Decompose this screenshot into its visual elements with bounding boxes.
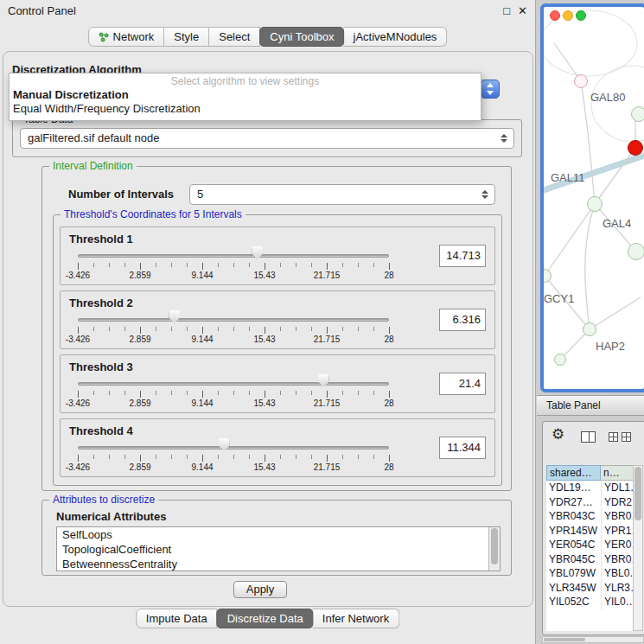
cell-shared-name: YER054C xyxy=(546,538,601,552)
apply-button[interactable]: Apply xyxy=(233,581,287,598)
attribute-items: SelfLoopsTopologicalCoefficientBetweenne… xyxy=(57,527,500,571)
slider-track[interactable] xyxy=(78,254,389,258)
number-of-intervals-combobox[interactable]: 5 xyxy=(189,184,495,205)
float-window-icon[interactable]: □ xyxy=(503,4,510,17)
cell-shared-name: YLR345W xyxy=(546,581,601,596)
zoom-window-icon[interactable] xyxy=(576,10,586,21)
threshold-value-field[interactable]: 14.713 xyxy=(439,245,486,267)
dropdown-option-manual-discretization[interactable]: Manual Discretization xyxy=(10,88,481,102)
slider-track[interactable] xyxy=(78,318,389,322)
cell-name: YLR3… xyxy=(601,581,634,596)
node-label-hap2: HAP2 xyxy=(596,340,625,353)
close-window-icon[interactable] xyxy=(550,10,560,21)
scale-label: 21.715 xyxy=(314,271,341,280)
table-data-value: galFiltered.sif default node xyxy=(28,129,159,148)
combo-stepper-icon xyxy=(501,134,507,143)
table-row[interactable]: YIL052CYIL0… xyxy=(546,595,634,609)
slider-major-tick xyxy=(140,391,141,398)
tab-infer-network[interactable]: Infer Network xyxy=(313,609,399,628)
combo-dropdown-button[interactable] xyxy=(481,80,500,99)
slider-major-tick xyxy=(78,327,79,334)
select-rows-icon[interactable] xyxy=(622,432,631,442)
tab-impute-data[interactable]: Impute Data xyxy=(136,609,218,628)
network-node[interactable] xyxy=(628,243,644,260)
slider-major-tick xyxy=(265,455,265,462)
network-node[interactable] xyxy=(583,322,596,336)
tab-style[interactable]: Style xyxy=(164,27,209,47)
attributes-group-label: Attributes to discretize xyxy=(49,494,158,506)
table-row[interactable]: YDL19…YDL1… xyxy=(546,481,634,495)
scrollbar-thumb[interactable] xyxy=(491,528,498,564)
tab-jactivemnodules[interactable]: jActiveMNodules xyxy=(344,27,448,47)
slider-major-tick xyxy=(78,391,79,398)
gear-icon[interactable]: ⚙ xyxy=(552,427,564,442)
scale-label: 28 xyxy=(384,462,393,472)
dropdown-option-equal-width-frequency[interactable]: Equal Width/Frequency Discretization xyxy=(10,102,481,116)
table-row[interactable]: YBR045CYBR0… xyxy=(546,552,634,567)
threshold-box-1: Threshold 1-3.4262.8599.14415.4321.71528… xyxy=(60,226,495,285)
tab-cyni-toolbox[interactable]: Cyni Toolbox xyxy=(259,27,344,47)
table-row[interactable]: YBL079WYBL0… xyxy=(546,566,634,581)
slider-ticks xyxy=(78,391,390,395)
attributes-scrollbar[interactable] xyxy=(488,527,500,571)
slider-track[interactable] xyxy=(78,446,389,450)
network-node[interactable] xyxy=(554,354,566,366)
table-row[interactable]: YER054CYER0… xyxy=(546,538,634,552)
slider-track[interactable] xyxy=(78,382,389,386)
network-node[interactable] xyxy=(631,106,644,122)
table-row[interactable]: YPR145WYPR1… xyxy=(546,524,634,539)
bottom-tab-bar: Impute Data Discretize Data Infer Networ… xyxy=(136,609,399,628)
column-layout-icon[interactable] xyxy=(581,431,596,443)
table-data-combobox[interactable]: galFiltered.sif default node xyxy=(20,128,514,149)
table-vertical-scrollbar[interactable] xyxy=(633,465,643,631)
cell-shared-name: YBR043C xyxy=(546,509,601,524)
table-rows: YDL19…YDL1…YDR27…YDR2…YBR043CYBR0…YPR145… xyxy=(546,481,634,631)
slider-major-tick xyxy=(389,391,390,398)
network-node[interactable] xyxy=(587,196,603,212)
network-node[interactable] xyxy=(574,74,588,88)
scrollbar-thumb[interactable] xyxy=(634,467,641,520)
slider-major-tick xyxy=(389,327,390,334)
tab-select[interactable]: Select xyxy=(209,27,260,47)
table-row[interactable]: YBR043CYBR0… xyxy=(546,509,634,524)
list-item[interactable]: BetweennessCentrality xyxy=(57,557,500,571)
threshold-value-field[interactable]: 6.316 xyxy=(439,309,486,331)
cell-name: YPR1… xyxy=(601,524,634,539)
column-header-shared-name[interactable]: shared… xyxy=(546,465,601,481)
node-label-gal4: GAL4 xyxy=(603,217,631,230)
cell-name: YER0… xyxy=(601,538,634,552)
threshold-value-field[interactable]: 11.344 xyxy=(439,437,486,459)
table-horizontal-scrollbar[interactable] xyxy=(542,636,644,643)
scrollbar-thumb[interactable] xyxy=(544,638,585,641)
close-icon[interactable]: ✕ xyxy=(518,4,527,17)
top-tab-bar: Network Style Select Cyni Toolbox jActiv… xyxy=(88,27,448,47)
window-traffic-lights xyxy=(550,10,586,21)
tab-label: Select xyxy=(219,30,250,43)
tab-discretize-data[interactable]: Discretize Data xyxy=(217,609,314,628)
list-item[interactable]: TopologicalCoefficient xyxy=(57,542,500,557)
slider-major-tick xyxy=(140,327,141,334)
slider-major-tick xyxy=(265,391,265,398)
numerical-attributes-list[interactable]: SelfLoopsTopologicalCoefficientBetweenne… xyxy=(56,526,501,571)
scale-label: 2.859 xyxy=(129,462,150,472)
table-header-row: shared… n… xyxy=(546,465,640,481)
control-panel-titlebar: Control Panel □ ✕ xyxy=(0,0,535,21)
scale-label: 9.144 xyxy=(191,271,213,280)
scale-label: 28 xyxy=(384,335,393,344)
threshold-label: Threshold 1 xyxy=(69,233,133,245)
cell-name: YBR0… xyxy=(601,552,634,567)
slider-major-tick xyxy=(327,327,328,334)
select-columns-icon[interactable] xyxy=(609,432,618,442)
dropdown-placeholder-item[interactable]: Select algorithm to view settings xyxy=(10,75,481,88)
cell-name: YDL1… xyxy=(601,481,634,495)
tab-network[interactable]: Network xyxy=(88,27,165,47)
node-label-gcy1: GCY1 xyxy=(544,292,574,305)
table-row[interactable]: YDR27…YDR2… xyxy=(546,495,634,510)
network-node-selected[interactable] xyxy=(628,140,643,156)
table-row[interactable]: YLR345WYLR3… xyxy=(546,581,634,596)
minimize-window-icon[interactable] xyxy=(563,10,573,21)
list-item[interactable]: SelfLoops xyxy=(57,527,500,542)
threshold-value-field[interactable]: 21.4 xyxy=(439,373,486,395)
network-icon xyxy=(99,32,109,42)
control-panel: Control Panel □ ✕ Network Style Select C… xyxy=(0,0,536,644)
